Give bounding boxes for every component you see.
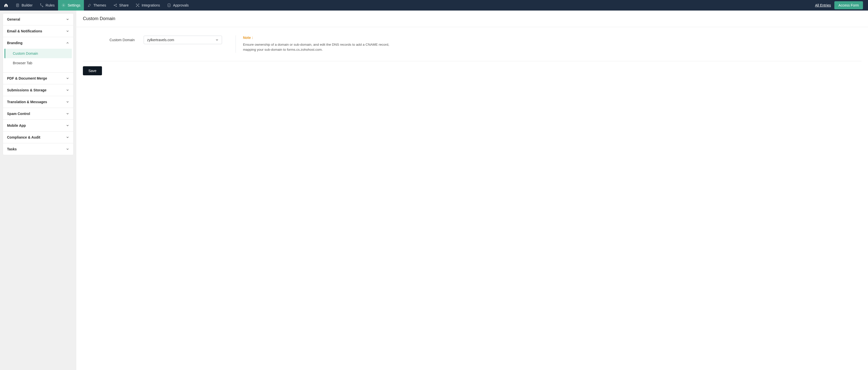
sidebar-section-tasks: Tasks <box>3 143 73 155</box>
save-button[interactable]: Save <box>83 66 102 75</box>
tab-label: Builder <box>22 3 33 7</box>
tab-approvals[interactable]: Approvals <box>163 0 192 10</box>
tab-label: Rules <box>46 3 55 7</box>
chevron-down-icon <box>66 136 69 139</box>
svg-point-9 <box>138 4 139 4</box>
sidebar-head-branding[interactable]: Branding <box>3 37 73 49</box>
topbar: Builder Rules Settings Themes Share Inte… <box>0 0 868 10</box>
gear-icon <box>62 3 66 7</box>
sidebar-item-browser-tab[interactable]: Browser Tab <box>4 58 72 68</box>
sidebar-label: Tasks <box>7 147 17 151</box>
tab-builder[interactable]: Builder <box>12 0 36 10</box>
sidebar-label: General <box>7 17 20 21</box>
form-row: Custom Domain zylkertravels.com <box>83 36 222 44</box>
sidebar-label: Translation & Messages <box>7 100 47 104</box>
note-title: Note : <box>243 36 396 40</box>
svg-point-8 <box>136 4 137 4</box>
chevron-down-icon <box>66 76 69 80</box>
sidebar-head-translation[interactable]: Translation & Messages <box>3 96 73 108</box>
page-title: Custom Domain <box>76 10 868 27</box>
sidebar-label: Branding <box>7 41 22 45</box>
sidebar-wrapper: General Email & Notifications Branding C <box>0 10 76 370</box>
chevron-down-icon <box>66 29 69 33</box>
sidebar-label: Submissions & Storage <box>7 88 46 92</box>
content-body: Custom Domain zylkertravels.com Note : E… <box>76 27 868 61</box>
integrations-icon <box>135 3 140 7</box>
sidebar-head-compliance[interactable]: Compliance & Audit <box>3 132 73 143</box>
chevron-down-icon <box>215 38 219 42</box>
sidebar-label: Mobile App <box>7 124 26 128</box>
tab-label: Share <box>119 3 129 7</box>
form-icon <box>16 3 20 7</box>
custom-domain-label: Custom Domain <box>110 38 135 42</box>
sidebar-label: Email & Notifications <box>7 29 42 33</box>
tab-label: Approvals <box>173 3 189 7</box>
svg-point-10 <box>136 6 137 7</box>
sidebar-label: PDF & Document Merge <box>7 76 47 80</box>
sidebar-item-label: Browser Tab <box>13 61 32 65</box>
chevron-down-icon <box>66 147 69 151</box>
share-icon <box>113 3 117 7</box>
chevron-down-icon <box>66 18 69 21</box>
sidebar-item-label: Custom Domain <box>13 52 38 56</box>
topbar-left: Builder Rules Settings Themes Share Inte… <box>0 0 192 10</box>
all-entries-link[interactable]: All Entries <box>815 3 831 7</box>
svg-point-6 <box>116 6 117 7</box>
tab-share[interactable]: Share <box>110 0 132 10</box>
dropdown-value: zylkertravels.com <box>147 38 174 42</box>
sidebar-head-general[interactable]: General <box>3 13 73 25</box>
chevron-down-icon <box>66 100 69 104</box>
rules-icon <box>40 3 44 7</box>
home-button[interactable] <box>0 0 12 10</box>
sidebar-label: Spam Control <box>7 112 30 116</box>
tab-label: Themes <box>93 3 106 7</box>
settings-sidebar: General Email & Notifications Branding C <box>3 13 73 155</box>
content-area: Custom Domain Custom Domain zylkertravel… <box>76 10 868 370</box>
tab-integrations[interactable]: Integrations <box>132 0 163 10</box>
sidebar-head-mobile[interactable]: Mobile App <box>3 120 73 131</box>
sidebar-branding-items: Custom Domain Browser Tab <box>3 49 73 72</box>
sidebar-head-spam[interactable]: Spam Control <box>3 108 73 120</box>
note-panel: Note : Ensure ownership of a domain or s… <box>236 36 396 53</box>
svg-point-1 <box>40 3 41 4</box>
sidebar-item-custom-domain[interactable]: Custom Domain <box>4 49 72 58</box>
sidebar-head-submissions[interactable]: Submissions & Storage <box>3 85 73 96</box>
svg-point-7 <box>137 5 138 6</box>
chevron-down-icon <box>66 88 69 92</box>
sidebar-section-email: Email & Notifications <box>3 25 73 37</box>
tab-settings[interactable]: Settings <box>58 0 84 10</box>
main-layout: General Email & Notifications Branding C <box>0 10 868 370</box>
sidebar-head-tasks[interactable]: Tasks <box>3 143 73 155</box>
custom-domain-dropdown[interactable]: zylkertravels.com <box>144 36 222 44</box>
svg-point-4 <box>114 5 115 6</box>
access-form-button[interactable]: Access Form <box>834 1 863 9</box>
topbar-right: All Entries Access Form <box>815 0 868 10</box>
svg-point-5 <box>116 4 117 5</box>
sidebar-section-submissions: Submissions & Storage <box>3 85 73 96</box>
sidebar-section-spam: Spam Control <box>3 108 73 120</box>
save-row: Save <box>76 61 868 80</box>
chevron-down-icon <box>66 124 69 127</box>
sidebar-section-branding: Branding Custom Domain Browser Tab <box>3 37 73 72</box>
tab-rules[interactable]: Rules <box>36 0 58 10</box>
sidebar-section-compliance: Compliance & Audit <box>3 132 73 143</box>
chevron-down-icon <box>66 112 69 115</box>
brush-icon <box>87 3 91 7</box>
home-icon <box>4 3 8 7</box>
sidebar-label: Compliance & Audit <box>7 135 40 139</box>
sidebar-section-mobile: Mobile App <box>3 120 73 132</box>
tab-label: Settings <box>68 3 81 7</box>
chevron-up-icon <box>66 41 69 45</box>
sidebar-section-translation: Translation & Messages <box>3 96 73 108</box>
svg-point-3 <box>63 5 64 6</box>
tab-label: Integrations <box>142 3 160 7</box>
sidebar-section-pdf: PDF & Document Merge <box>3 72 73 85</box>
svg-point-11 <box>138 6 139 7</box>
sidebar-section-general: General <box>3 13 73 25</box>
note-text: Ensure ownership of a domain or sub-doma… <box>243 42 396 53</box>
tab-themes[interactable]: Themes <box>84 0 110 10</box>
approvals-icon <box>167 3 171 7</box>
sidebar-head-email[interactable]: Email & Notifications <box>3 25 73 37</box>
sidebar-head-pdf[interactable]: PDF & Document Merge <box>3 72 73 84</box>
